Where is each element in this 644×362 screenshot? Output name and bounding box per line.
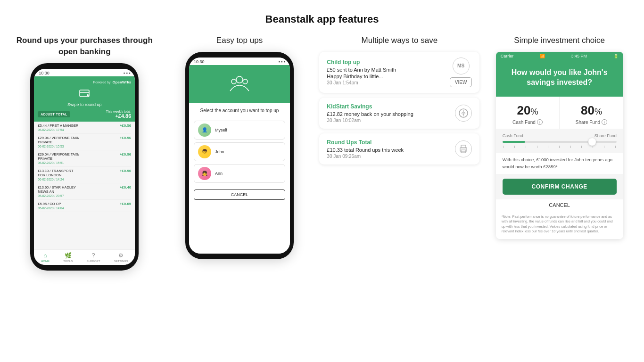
card-avatar: MS: [453, 58, 470, 74]
avatar-ann: 👧: [198, 167, 211, 180]
table-row: £29.04 / VERIFONE TAXI/PRIVATE06-02-2020…: [38, 134, 131, 150]
table-row: £13.60 / STAR HADLEYNEWS AN05-02-2020 / …: [38, 183, 131, 200]
table-row: £5.95 / CO OP05-02-2020 / 14:04 +£0.05: [38, 200, 131, 212]
account-label-john: John: [215, 149, 224, 154]
phone1-battery: ▪ ▪ ▪: [124, 71, 131, 75]
page-title: Beanstalk app features: [0, 0, 644, 35]
card-date: 30 Jan 09:26am: [327, 154, 404, 159]
phone2-screen: 10:30 ▪ ▪ ▪ Select the account you want …: [189, 58, 290, 254]
account-label-ann: Ann: [215, 171, 223, 176]
phone1-green-header: Powered by OpenWrks Swipe to round up AD…: [34, 76, 135, 122]
inv-cash-percent: 20%: [500, 103, 556, 118]
investment-phone: Carrier 📶 3:45 PM 🔋 How would you like J…: [496, 52, 623, 239]
svg-point-4: [231, 79, 236, 84]
inv-description: With this choice, £1000 invested for Joh…: [496, 153, 623, 174]
settings-icon: ⚙: [118, 252, 124, 259]
svg-point-5: [243, 79, 248, 84]
phone2-battery: ▪ ▪ ▪: [278, 59, 285, 64]
save-card-kidstart: KidStart Savings £12.82 money back on yo…: [319, 98, 479, 129]
inv-slider-ticks: [503, 146, 617, 148]
phone2-select-text: Select the account you want to top up: [194, 107, 285, 114]
table-row: £5.44 / PRET A MANGER06-02-2020 / 17:54 …: [38, 122, 131, 134]
inv-question: How would you like John's savings invest…: [504, 68, 616, 88]
home-icon: ⌂: [43, 252, 47, 259]
account-row-john[interactable]: 👦 John: [194, 142, 285, 161]
table-row: £29.04 / VERIFONE TAXI/PRIVATE06-02-2020…: [38, 150, 131, 167]
save-card-roundups-total: Round Ups Total £10.33 total Round ups t…: [319, 133, 479, 165]
phone1-swipe-text: Swipe to round up: [67, 102, 102, 107]
save-card-child-topup: Child top up £50 sent to Ann by Matt Smi…: [319, 52, 479, 93]
section-topups: Easy top ups 10:30 ▪ ▪ ▪: [165, 35, 315, 259]
svg-point-3: [236, 76, 243, 83]
phone1-transactions: £5.44 / PRET A MANGER06-02-2020 / 17:54 …: [34, 122, 135, 249]
inv-slider-section: Cash Fund Share Fund: [496, 129, 623, 153]
nav-tools[interactable]: 🌿 TOOLS: [63, 252, 73, 263]
phone1-status-bar: 10:30 ▪ ▪ ▪: [34, 69, 135, 76]
nav-settings[interactable]: ⚙ SETTINGS: [114, 252, 128, 263]
kidstart-icon: [455, 105, 472, 122]
phone1-screen: 10:30 ▪ ▪ ▪ Powered by OpenWrks: [34, 69, 135, 265]
cancel-button[interactable]: CANCEL: [194, 189, 285, 200]
section2-heading: Easy top ups: [216, 35, 263, 46]
phone2-time: 10:30: [194, 59, 205, 64]
card-desc: £50 sent to Ann by Matt Smith: [327, 67, 396, 73]
printer-icon: [455, 140, 472, 157]
phone2-green-header: [189, 65, 290, 103]
cancel-link[interactable]: CANCEL: [496, 199, 623, 212]
inv-percent-row: 20% Cash Fund i 80% Share Fund i: [496, 97, 623, 129]
family-icon: [228, 72, 251, 96]
phone1-bottom-nav: ⌂ HOME 🌿 TOOLS ? SUPPORT ⚙ SETTINGS: [34, 249, 135, 265]
section1-heading: Round ups your purchases through open ba…: [9, 35, 160, 58]
inv-slider-fill: [503, 141, 525, 143]
info-icon[interactable]: i: [537, 119, 543, 125]
inv-slider-labels: Cash Fund Share Fund: [503, 133, 617, 138]
support-icon: ?: [92, 252, 95, 259]
card-desc: £12.82 money back on your shopping: [327, 111, 413, 117]
inv-share-percent: 80%: [563, 103, 619, 118]
info-icon-share[interactable]: i: [602, 119, 607, 125]
inv-cash-box: 20% Cash Fund i: [496, 97, 560, 129]
confirm-change-button[interactable]: CONFIRM CHANGE: [503, 179, 617, 195]
roundup-icon: [77, 86, 91, 100]
phone1-frame: 10:30 ▪ ▪ ▪ Powered by OpenWrks: [30, 63, 139, 271]
card-date: 30 Jan 10:02am: [327, 118, 413, 123]
nav-home[interactable]: ⌂ HOME: [41, 252, 50, 263]
card-date: 30 Jan 1:54pm: [327, 80, 396, 85]
nav-support[interactable]: ? SUPPORT: [87, 252, 100, 263]
inv-share-box: 80% Share Fund i: [560, 97, 623, 129]
card-type-label: Round Ups Total: [327, 139, 404, 146]
phone1-adjust-btn[interactable]: ADJUST TOTAL: [38, 111, 70, 117]
phone2-body: Select the account you want to top up 👤 …: [189, 103, 290, 254]
section4-heading: Simple investment choice: [514, 35, 605, 46]
inv-slider-track[interactable]: [503, 141, 617, 143]
card-type-label: KidStart Savings: [327, 103, 413, 110]
phone1-powered-by: Powered by OpenWrks: [93, 80, 131, 84]
save-cards: Child top up £50 sent to Ann by Matt Smi…: [319, 52, 479, 165]
card-detail: Happy Birthday to little...: [327, 74, 396, 79]
section-roundups: Round ups your purchases through open ba…: [9, 35, 160, 271]
section3-heading: Multiple ways to save: [362, 35, 438, 46]
section-investment: Simple investment choice Carrier 📶 3:45 …: [484, 35, 635, 239]
inv-time: 3:45 PM: [571, 54, 587, 58]
section-save: Multiple ways to save Child top up £50 s…: [319, 35, 479, 165]
inv-battery-icon: 🔋: [613, 54, 619, 58]
phone2-status-bar: 10:30 ▪ ▪ ▪: [189, 58, 290, 65]
inv-carrier: Carrier: [501, 54, 514, 58]
avatar-john: 👦: [198, 145, 211, 158]
inv-green-header: How would you like John's savings invest…: [496, 60, 623, 97]
inv-status-bar: Carrier 📶 3:45 PM 🔋: [496, 52, 623, 60]
phone2-frame: 10:30 ▪ ▪ ▪ Select the account you want …: [185, 52, 294, 259]
view-button[interactable]: VIEW: [450, 77, 472, 87]
card-type-label: Child top up: [327, 59, 396, 66]
avatar-myself: 👤: [198, 123, 211, 137]
account-row-ann[interactable]: 👧 Ann: [194, 164, 285, 183]
inv-share-label: Share Fund i: [563, 119, 619, 125]
phone1-adjust-row: ADJUST TOTAL This week's total: +£4.86: [38, 110, 131, 119]
table-row: £13.10 / TRANSPORTFOR LONDON06-02-2020 /…: [38, 167, 131, 183]
account-row-myself[interactable]: 👤 Myself: [194, 121, 285, 140]
inv-footnote: *Note: Past performance is no guarantee …: [496, 212, 623, 239]
phone1-week-total: This week's total: +£4.86: [106, 110, 131, 119]
phone1-time: 10:30: [39, 71, 50, 75]
account-label-myself: Myself: [215, 128, 227, 132]
inv-slider-thumb[interactable]: [588, 138, 596, 146]
